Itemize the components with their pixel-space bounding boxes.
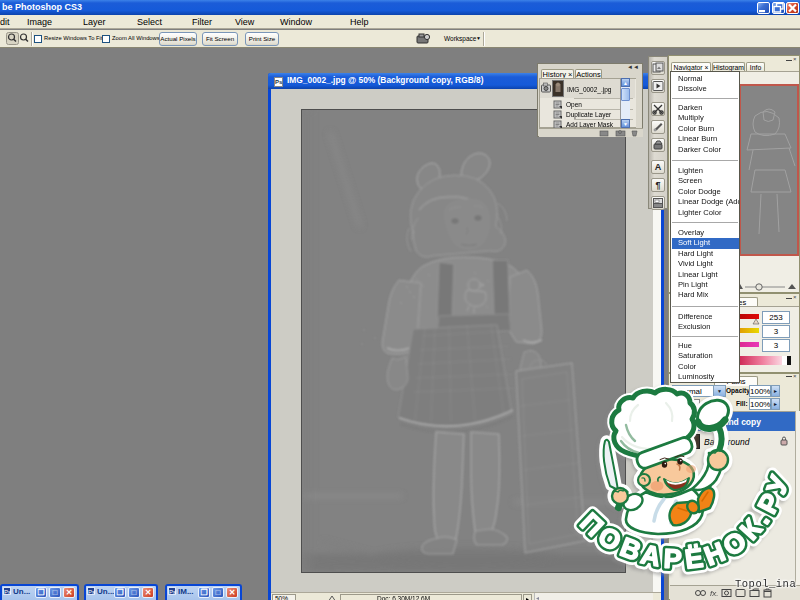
svg-text:fx.: fx. (710, 589, 718, 598)
